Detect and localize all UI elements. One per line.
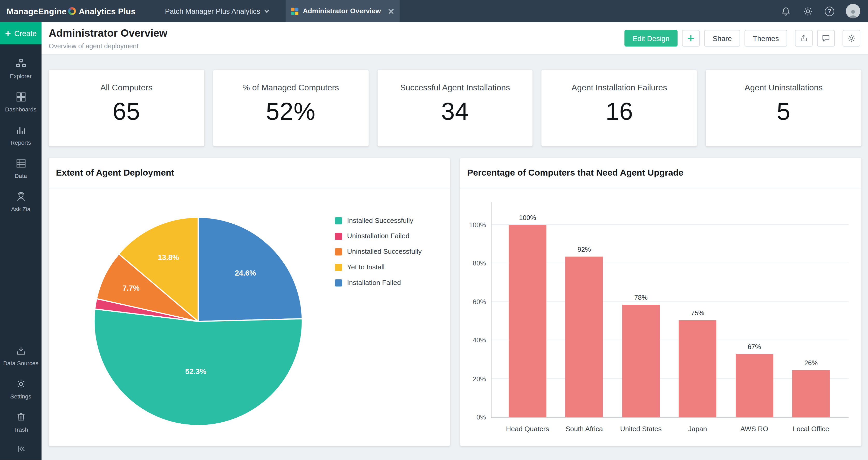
kpi-row: All Computers 65 % of Managed Computers … xyxy=(49,70,862,146)
legend-item-uninstalled-successfully[interactable]: Uninstalled Successfully xyxy=(335,244,422,259)
kpi-card-successful-installations: Successful Agent Installations 34 xyxy=(377,70,533,146)
bar-local-office[interactable] xyxy=(792,370,830,417)
legend-swatch xyxy=(335,217,342,224)
chart-panels: Extent of Agent Deployment 24.6%52.3%7.7… xyxy=(49,158,862,446)
legend-label: Installation Failed xyxy=(347,279,401,287)
brand-analytics-plus: Analytics Plus xyxy=(79,6,135,16)
workspace-dropdown[interactable]: Patch Manager Plus Analytics xyxy=(165,0,270,22)
add-widget-button[interactable] xyxy=(682,30,700,47)
close-icon[interactable] xyxy=(388,8,394,14)
sidebar-item-data-sources[interactable]: Data Sources xyxy=(0,339,41,372)
sidebar-item-label: Explorer xyxy=(10,73,31,79)
brand-manageengine: ManageEngine xyxy=(7,6,67,16)
legend-label: Uninstalled Successfully xyxy=(347,248,422,256)
legend-item-installed-successfully[interactable]: Installed Successfully xyxy=(335,213,422,228)
sidebar-item-explorer[interactable]: Explorer xyxy=(0,52,41,85)
x-axis-label: Head Quaters xyxy=(497,425,558,433)
bar-south-africa[interactable] xyxy=(565,257,603,417)
share-button[interactable]: Share xyxy=(704,30,740,47)
sidebar-item-label: Reports xyxy=(11,139,31,146)
data-sources-icon xyxy=(15,345,27,356)
sidebar: Create Explorer Dashboards Reports Data … xyxy=(0,22,41,460)
sidebar-item-settings[interactable]: Settings xyxy=(0,372,41,406)
bar-aws-ro[interactable] xyxy=(735,354,773,417)
kpi-value: 34 xyxy=(441,97,469,125)
avatar[interactable] xyxy=(846,4,860,18)
sidebar-item-dashboards[interactable]: Dashboards xyxy=(0,85,41,119)
page-title: Administrator Overview xyxy=(49,27,167,39)
plus-icon xyxy=(5,30,11,36)
explorer-icon xyxy=(15,58,27,69)
y-axis-tick: 60% xyxy=(460,298,486,306)
themes-button[interactable]: Themes xyxy=(744,30,787,47)
export-button[interactable] xyxy=(795,30,812,47)
legend-swatch xyxy=(335,248,342,255)
kpi-title: Successful Agent Installations xyxy=(400,83,510,92)
legend-item-uninstallation-failed[interactable]: Uninstallation Failed xyxy=(335,228,422,244)
legend-item-yet-to-install[interactable]: Yet to Install xyxy=(335,259,422,275)
x-axis-label: South Africa xyxy=(554,425,615,433)
x-axis-label: Japan xyxy=(667,425,728,433)
kpi-value: 5 xyxy=(777,97,790,125)
pie-panel-title: Extent of Agent Deployment xyxy=(49,158,450,188)
bar-head-quaters[interactable] xyxy=(509,225,547,417)
collapse-left-icon xyxy=(16,444,26,454)
pie-slice-label: 24.6% xyxy=(235,269,256,277)
collapse-sidebar-button[interactable] xyxy=(0,439,41,459)
sidebar-item-ask-zia[interactable]: Ask Zia xyxy=(0,185,41,219)
gear-icon[interactable] xyxy=(803,6,813,17)
legend-item-installation-failed[interactable]: Installation Failed xyxy=(335,275,422,290)
app: ManageEngine Analytics Plus Patch Manage… xyxy=(0,0,868,460)
tab-label: Administrator Overview xyxy=(303,7,383,15)
sidebar-nav-bottom: Data Sources Settings Trash xyxy=(0,339,41,439)
comments-button[interactable] xyxy=(817,30,835,47)
pie-slice-label: 52.3% xyxy=(185,367,207,376)
legend-swatch xyxy=(335,232,342,240)
create-button-label: Create xyxy=(14,29,37,37)
tab-administrator-overview[interactable]: Administrator Overview xyxy=(286,0,400,22)
manageengine-logo-icon xyxy=(68,7,76,15)
pie-slice-label: 13.8% xyxy=(158,253,179,262)
user-icon xyxy=(848,8,858,18)
settings-gear-icon xyxy=(15,378,27,390)
edit-design-button[interactable]: Edit Design xyxy=(624,30,678,47)
sidebar-item-label: Settings xyxy=(10,393,31,400)
sidebar-item-data[interactable]: Data xyxy=(0,152,41,185)
dashboard-tab-icon xyxy=(291,7,299,15)
create-button[interactable]: Create xyxy=(0,22,41,44)
kpi-value: 16 xyxy=(606,97,633,125)
chevron-down-icon xyxy=(264,8,270,14)
x-axis-label: AWS RO xyxy=(724,425,785,433)
comment-icon xyxy=(822,34,830,42)
pie-slice-label: 7.7% xyxy=(122,284,140,292)
bar-panel-title: Percentage of Computers that Need Agent … xyxy=(460,158,862,188)
header-actions: Edit Design Share Themes xyxy=(624,30,860,47)
reports-icon xyxy=(15,125,27,136)
sidebar-item-reports[interactable]: Reports xyxy=(0,119,41,152)
kpi-title: % of Managed Computers xyxy=(243,83,339,92)
dashboard-content: All Computers 65 % of Managed Computers … xyxy=(41,54,868,460)
pie-panel-body: 24.6%52.3%7.7%13.8% Installed Successful… xyxy=(49,188,450,446)
bar-japan[interactable] xyxy=(679,320,716,418)
bar-value-label: 26% xyxy=(794,359,828,367)
pie-legend: Installed SuccessfullyUninstallation Fai… xyxy=(335,213,422,290)
kpi-title: Agent Uninstallations xyxy=(745,83,823,92)
help-icon[interactable] xyxy=(825,6,834,16)
zia-icon xyxy=(15,191,27,202)
pie-panel: Extent of Agent Deployment 24.6%52.3%7.7… xyxy=(49,158,450,446)
bar-united-states[interactable] xyxy=(622,305,660,417)
y-axis-tick: 100% xyxy=(460,221,486,229)
legend-swatch xyxy=(335,279,342,286)
dashboard-settings-button[interactable] xyxy=(843,30,860,47)
kpi-card-installation-failures: Agent Installation Failures 16 xyxy=(541,70,697,146)
bar-value-label: 78% xyxy=(624,294,657,301)
sidebar-item-trash[interactable]: Trash xyxy=(0,406,41,439)
bell-icon[interactable] xyxy=(780,6,791,17)
y-axis-tick: 80% xyxy=(460,259,486,267)
bar-plot: 0%20%40%60%80%100%100%Head Quaters92%Sou… xyxy=(491,202,848,418)
sidebar-item-label: Dashboards xyxy=(5,106,37,112)
bar-panel-body: 0%20%40%60%80%100%100%Head Quaters92%Sou… xyxy=(460,188,862,446)
topbar-actions xyxy=(780,0,860,22)
topbar: ManageEngine Analytics Plus Patch Manage… xyxy=(0,0,868,22)
kpi-title: All Computers xyxy=(100,83,153,92)
